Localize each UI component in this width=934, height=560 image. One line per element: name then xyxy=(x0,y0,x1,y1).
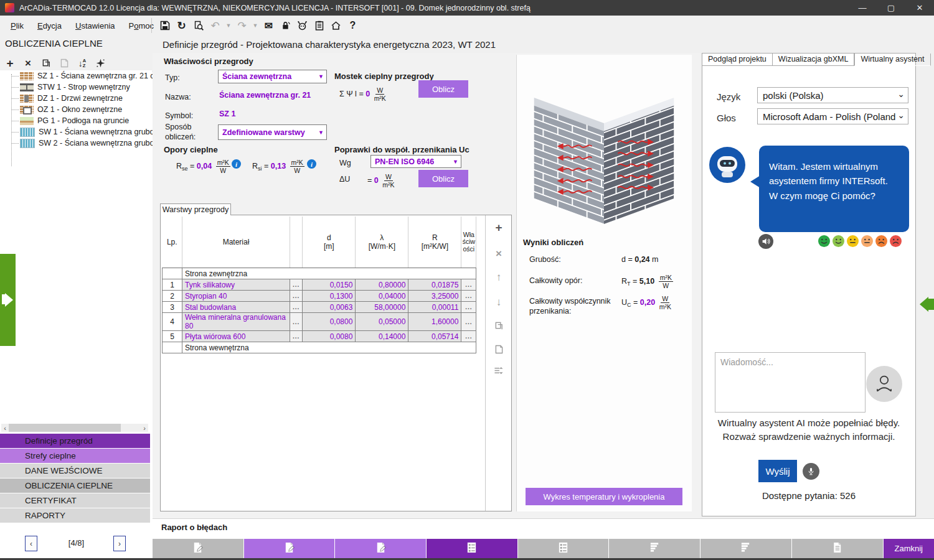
du-oblicz-button[interactable]: Oblicz xyxy=(418,170,468,187)
scroll-left-icon[interactable]: ‹ xyxy=(1,424,9,432)
layers-tab[interactable]: Warstwy przegrody xyxy=(160,203,231,215)
redo-icon[interactable]: ↷ xyxy=(235,19,249,33)
move-layer-up-icon[interactable]: ↑ xyxy=(491,270,506,285)
tree-item-pg-1[interactable]: PG 1 - Podłoga na gruncie xyxy=(0,115,152,126)
d-cell[interactable]: 0,0063 xyxy=(303,302,356,313)
sort-partitions-icon[interactable]: ↓AZ xyxy=(76,57,88,70)
lambda-cell[interactable]: 0,14000 xyxy=(356,331,408,342)
report-list-icon[interactable] xyxy=(312,19,326,33)
undo-icon[interactable]: ↶ xyxy=(208,19,222,33)
copy-layer-icon[interactable] xyxy=(491,318,506,333)
wizard-icon[interactable] xyxy=(94,57,106,70)
redo-menu-icon[interactable]: ▼ xyxy=(252,19,259,33)
material-picker-button[interactable]: ... xyxy=(290,302,303,313)
scroll-right-icon[interactable]: › xyxy=(141,424,148,432)
bottom-tab-4-form[interactable] xyxy=(427,539,518,558)
tab-wizualizacja-gbxml[interactable]: Wizualizacja gbXML xyxy=(773,54,855,65)
properties-button[interactable]: ... xyxy=(461,279,476,291)
material-picker-button[interactable]: ... xyxy=(290,313,303,331)
print-preview-icon[interactable] xyxy=(191,19,205,33)
properties-button[interactable]: ... xyxy=(461,331,476,342)
add-partition-icon[interactable]: + xyxy=(4,57,16,70)
lambda-cell[interactable]: 58,00000 xyxy=(356,302,408,313)
type-select[interactable]: Ściana zewnętrzna ▼ xyxy=(218,70,327,83)
scrollbar-thumb[interactable] xyxy=(9,424,121,432)
material-cell[interactable]: Wełna mineralna granulowana 80 xyxy=(182,313,290,331)
speaker-icon[interactable] xyxy=(758,234,773,249)
sidebar-item-dane-wejściowe[interactable]: DANE WEJŚCIOWE xyxy=(0,464,150,478)
message-input[interactable]: Wiadomość... xyxy=(715,352,866,413)
emoji-frown-icon[interactable] xyxy=(890,235,902,250)
right-dock-handle[interactable] xyxy=(920,290,934,319)
minimize-button[interactable]: — xyxy=(848,0,877,16)
emoji-neutral-icon[interactable] xyxy=(847,235,859,250)
delete-partition-icon[interactable]: × xyxy=(22,57,34,70)
tree-horizontal-scrollbar[interactable]: ‹ › xyxy=(1,424,148,432)
emoji-frown-icon[interactable] xyxy=(875,235,887,250)
material-picker-button[interactable]: ... xyxy=(290,331,303,342)
lambda-cell[interactable]: 0,80000 xyxy=(356,279,408,291)
lambda-cell[interactable]: 0,04000 xyxy=(356,291,408,302)
tree-item-dz-1[interactable]: DZ 1 - Drzwi zewnętrzne xyxy=(0,93,152,104)
menu-ustawienia[interactable]: Ustawienia xyxy=(68,18,122,34)
microphone-icon[interactable] xyxy=(803,463,819,480)
d-cell[interactable]: 0,0080 xyxy=(303,331,356,342)
move-layer-down-icon[interactable]: ↓ xyxy=(491,295,506,310)
rsi-info-icon[interactable]: i xyxy=(307,159,316,169)
left-dock-handle[interactable] xyxy=(0,254,16,346)
close-button[interactable]: ✕ xyxy=(905,0,934,16)
tree-item-oz-1[interactable]: OZ 1 - Okno zewnętrzne xyxy=(0,104,152,115)
zamknij-button[interactable]: Zamknij xyxy=(884,539,934,558)
d-cell[interactable]: 0,0150 xyxy=(303,279,356,291)
bottom-tab-8-doc[interactable] xyxy=(792,539,884,558)
paste-partition-icon[interactable] xyxy=(58,57,70,70)
emoji-smile-icon[interactable] xyxy=(833,235,844,250)
material-cell[interactable]: Tynk silikatowy xyxy=(182,279,290,291)
material-cell[interactable]: Stal budowlana xyxy=(182,302,290,313)
tree-item-sw-2[interactable]: SW 2 - Ściana wewnętrzna grubość xyxy=(0,138,152,149)
properties-button[interactable]: ... xyxy=(461,313,476,331)
paste-layer-icon[interactable] xyxy=(491,342,506,357)
temperature-chart-button[interactable]: Wykres temperatury i wykroplenia xyxy=(526,488,682,505)
help-icon[interactable]: ? xyxy=(346,19,360,33)
bottom-tab-7-energy[interactable] xyxy=(700,539,792,558)
rse-info-icon[interactable]: i xyxy=(232,159,241,169)
r-cell[interactable]: 3,25000 xyxy=(408,291,461,302)
voice-select[interactable]: Microsoft Adam - Polish (Poland ⌄ xyxy=(757,108,908,124)
menu-pomoc[interactable]: Pomoc xyxy=(122,18,161,34)
tree-item-sz-1[interactable]: SZ 1 - Ściana zewnętrzna gr. 21 cm xyxy=(0,70,152,82)
emoji-smile-icon[interactable] xyxy=(818,235,830,250)
bottom-tab-6-energy[interactable] xyxy=(609,539,700,558)
r-cell[interactable]: 1,60000 xyxy=(408,313,461,331)
symbol-value[interactable]: SZ 1 xyxy=(219,110,235,118)
r-cell[interactable]: 0,05714 xyxy=(408,331,461,342)
tab-wirtualny-asystent[interactable]: Wirtualny asystent xyxy=(854,54,930,66)
d-cell[interactable]: 0,1300 xyxy=(303,291,356,302)
material-picker-button[interactable]: ... xyxy=(290,291,303,302)
properties-button[interactable]: ... xyxy=(461,302,476,313)
material-cell[interactable]: Styropian 40 xyxy=(182,291,290,302)
tab-podgląd-projektu[interactable]: Podgląd projektu xyxy=(702,54,773,65)
r-cell[interactable]: 0,00011 xyxy=(408,302,461,313)
undo-menu-icon[interactable]: ▼ xyxy=(225,19,232,33)
method-select[interactable]: Zdefiniowane warstwy ▼ xyxy=(218,124,327,140)
send-button[interactable]: Wyślij xyxy=(758,460,797,482)
material-picker-button[interactable]: ... xyxy=(290,279,303,291)
bottom-tab-1-doc-edit[interactable] xyxy=(153,539,244,558)
language-select[interactable]: polski (Polska) ⌄ xyxy=(757,87,908,103)
r-cell[interactable]: 0,01875 xyxy=(408,279,461,291)
sidebar-item-certyfikat[interactable]: CERTYFIKAT xyxy=(0,493,150,508)
reorder-layers-icon[interactable] xyxy=(491,363,506,378)
save-icon[interactable] xyxy=(158,19,172,33)
wg-select[interactable]: PN-EN ISO 6946 ▼ xyxy=(370,155,461,168)
send-mail-icon[interactable]: ✉ xyxy=(262,19,276,33)
lambda-cell[interactable]: 0,05000 xyxy=(356,313,408,331)
delete-layer-icon[interactable]: × xyxy=(491,246,506,261)
assistant-bot-icon[interactable] xyxy=(295,19,309,33)
refresh-icon[interactable]: ↻ xyxy=(174,19,189,33)
add-layer-icon[interactable]: + xyxy=(491,220,506,235)
sidebar-item-raporty[interactable]: RAPORTY xyxy=(0,508,150,523)
menu-plik[interactable]: Plik xyxy=(4,18,31,34)
copy-partition-icon[interactable] xyxy=(40,57,52,70)
page-next-button[interactable]: › xyxy=(113,536,126,551)
